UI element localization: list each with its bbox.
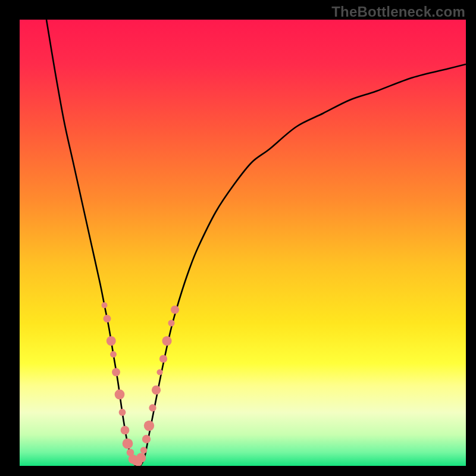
highlight-dot (162, 336, 171, 346)
highlight-dot (171, 305, 179, 314)
highlight-dot (119, 409, 126, 416)
highlight-dot (123, 439, 133, 449)
highlight-dot (142, 435, 151, 443)
highlight-dot (168, 320, 174, 326)
highlight-dot (102, 302, 108, 308)
highlight-dot (144, 421, 154, 431)
highlight-dot (149, 404, 156, 411)
highlight-dot (112, 368, 120, 377)
watermark-text: TheBottleneck.com (331, 4, 465, 20)
highlight-dot (110, 351, 117, 358)
highlight-dot (104, 315, 111, 322)
highlight-dot (107, 336, 116, 346)
highlight-dot (140, 447, 147, 453)
highlight-dot (115, 390, 125, 400)
highlight-dot (159, 355, 167, 362)
chart-frame: TheBottleneck.com (0, 0, 476, 476)
highlight-dot (136, 453, 146, 462)
highlight-dot (121, 426, 130, 435)
highlight-dots (102, 302, 180, 466)
curve-layer (20, 20, 466, 466)
highlight-dot (152, 386, 161, 394)
highlight-dot (156, 369, 162, 375)
bottleneck-curve (46, 20, 466, 466)
plot-area (20, 20, 466, 466)
